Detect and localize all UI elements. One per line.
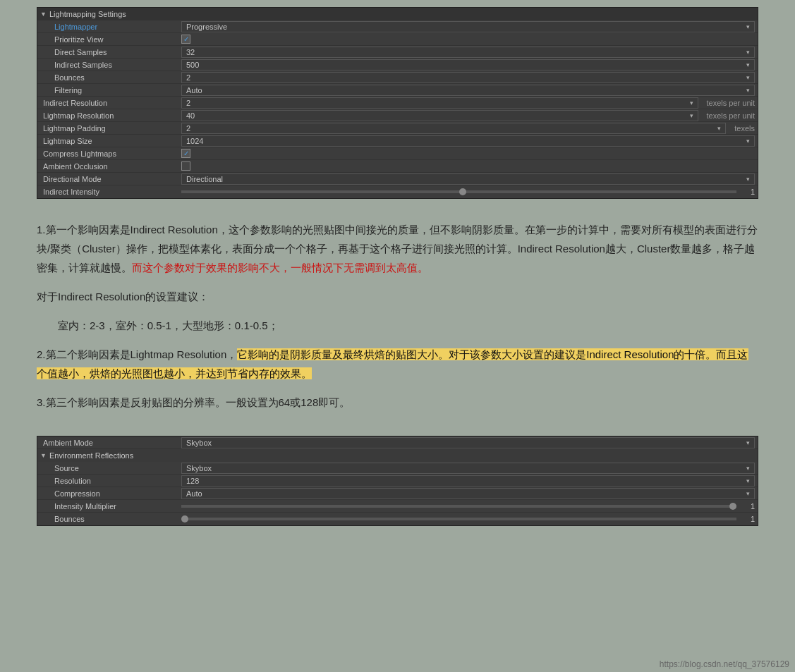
label-prioritize-view: Prioritize View xyxy=(40,35,181,44)
input-lightmap-resolution[interactable]: 40 xyxy=(181,110,698,121)
directional-mode-value: Directional xyxy=(186,175,223,183)
article-para1: 1.第一个影响因素是Indirect Resolution，这个参数影响的光照贴… xyxy=(37,220,758,277)
checkbox-compress-lightmaps[interactable]: ✓ xyxy=(181,149,190,158)
collapse-triangle[interactable]: ▼ xyxy=(40,11,47,18)
slider-value-indirect: 1 xyxy=(741,188,755,196)
env-reflections-title: Environment Reflections xyxy=(49,451,133,460)
env-reflections-triangle[interactable]: ▼ xyxy=(40,452,47,459)
slider-bounces-env[interactable]: 1 xyxy=(181,515,755,523)
dropdown-bounces[interactable]: 2 xyxy=(181,72,755,83)
bounces-value: 2 xyxy=(186,73,190,82)
row-bounces: Bounces 2 xyxy=(37,71,758,84)
dropdown-ambient-mode[interactable]: Skybox xyxy=(181,437,755,448)
input-indirect-resolution[interactable]: 2 xyxy=(181,97,698,109)
indirect-resolution-value: 2 xyxy=(186,99,190,107)
value-lightmapper: Progressive xyxy=(181,21,755,32)
row-prioritize-view: Prioritize View ✓ xyxy=(37,33,758,46)
slider-indirect-intensity[interactable]: 1 xyxy=(181,188,755,196)
value-filtering: Auto xyxy=(181,85,755,96)
label-lightmap-resolution: Lightmap Resolution xyxy=(40,111,181,120)
resolution-value: 128 xyxy=(186,477,199,485)
row-ambient-occlusion: Ambient Occlusion □ xyxy=(37,160,758,173)
value-resolution: 128 xyxy=(181,475,755,487)
dropdown-filtering[interactable]: Auto xyxy=(181,85,755,96)
input-direct-samples[interactable]: 32 xyxy=(181,47,755,58)
dropdown-lightmapper[interactable]: Progressive xyxy=(181,21,755,32)
label-bounces: Bounces xyxy=(40,73,181,82)
value-bounces: 2 xyxy=(181,72,755,83)
label-indirect-samples: Indirect Samples xyxy=(40,61,181,69)
row-bounces-env: Bounces 1 xyxy=(37,513,758,525)
dropdown-compression[interactable]: Auto xyxy=(181,488,755,499)
lightmap-size-value: 1024 xyxy=(186,137,203,145)
label-lightmapper: Lightmapper xyxy=(40,23,181,31)
bottom-panel-wrapper: Ambient Mode Skybox ▼ Environment Reflec… xyxy=(0,436,795,533)
article-para4: 2.第二个影响因素是Lightmap Resolution，它影响的是阴影质量及… xyxy=(37,345,758,383)
lightmapping-settings-panel: ▼ Lightmapping Settings Lightmapper Prog… xyxy=(37,7,758,199)
panel-section-header: ▼ Lightmapping Settings xyxy=(37,8,758,20)
row-filtering: Filtering Auto xyxy=(37,84,758,97)
label-lightmap-padding: Lightmap Padding xyxy=(40,124,181,133)
panel-title: Lightmapping Settings xyxy=(49,10,126,18)
article-para3: 室内：2-3，室外：0.5-1，大型地形：0.1-0.5； xyxy=(37,316,758,335)
checkbox-ambient-occlusion[interactable]: □ xyxy=(181,161,190,171)
compression-value: Auto xyxy=(186,489,202,498)
row-directional-mode: Directional Mode Directional xyxy=(37,173,758,185)
unit-indirect-resolution: texels per unit xyxy=(707,99,755,107)
row-lightmap-padding: Lightmap Padding 2 texels xyxy=(37,122,758,135)
label-compress-lightmaps: Compress Lightmaps xyxy=(40,149,181,158)
value-source: Skybox xyxy=(181,463,755,474)
indirect-samples-value: 500 xyxy=(186,61,199,69)
slider-value-intensity: 1 xyxy=(741,502,755,511)
unit-lightmap-padding: texels xyxy=(734,124,755,133)
top-panel-wrapper: ▼ Lightmapping Settings Lightmapper Prog… xyxy=(0,0,795,206)
environment-reflections-panel: Ambient Mode Skybox ▼ Environment Reflec… xyxy=(37,436,758,526)
row-indirect-resolution: Indirect Resolution 2 texels per unit xyxy=(37,97,758,109)
slider-track-bounces xyxy=(181,518,736,520)
row-compress-lightmaps: Compress Lightmaps ✓ xyxy=(37,147,758,160)
row-indirect-samples: Indirect Samples 500 xyxy=(37,59,758,71)
unit-lightmap-resolution: texels per unit xyxy=(707,111,755,120)
row-lightmap-resolution: Lightmap Resolution 40 texels per unit xyxy=(37,109,758,122)
row-direct-samples: Direct Samples 32 xyxy=(37,46,758,59)
row-ambient-mode-top: Ambient Mode Skybox xyxy=(37,436,758,449)
direct-samples-value: 32 xyxy=(186,48,195,56)
filtering-value: Auto xyxy=(186,86,202,94)
ambient-mode-value: Skybox xyxy=(186,439,212,447)
dropdown-lightmap-size[interactable]: 1024 xyxy=(181,135,755,147)
row-indirect-intensity: Indirect Intensity 1 xyxy=(37,185,758,198)
dropdown-directional-mode[interactable]: Directional xyxy=(181,173,755,185)
dropdown-lightmapper-value: Progressive xyxy=(186,23,227,31)
article-para2: 对于Indirect Resolution的设置建议： xyxy=(37,287,758,306)
value-directional-mode: Directional xyxy=(181,173,755,185)
value-compression: Auto xyxy=(181,488,755,499)
row-compression: Compression Auto xyxy=(37,487,758,500)
source-value: Skybox xyxy=(186,464,212,472)
label-source: Source xyxy=(40,464,181,472)
label-indirect-resolution: Indirect Resolution xyxy=(40,99,181,107)
lightmap-padding-value: 2 xyxy=(186,124,190,133)
row-source: Source Skybox xyxy=(37,462,758,475)
slider-intensity-multiplier[interactable]: 1 xyxy=(181,502,755,511)
slider-value-bounces: 1 xyxy=(741,515,755,523)
label-intensity-multiplier: Intensity Multiplier xyxy=(40,502,181,511)
value-ambient-mode: Skybox xyxy=(181,437,755,448)
env-reflections-header: ▼ Environment Reflections xyxy=(37,449,758,462)
value-compress-lightmaps: ✓ xyxy=(181,149,755,158)
row-intensity-multiplier: Intensity Multiplier 1 xyxy=(37,500,758,513)
input-indirect-samples[interactable]: 500 xyxy=(181,59,755,71)
dropdown-source[interactable]: Skybox xyxy=(181,463,755,474)
label-directional-mode: Directional Mode xyxy=(40,175,181,183)
article-para5: 3.第三个影响因素是反射贴图的分辨率。一般设置为64或128即可。 xyxy=(37,393,758,412)
checkbox-prioritize-view[interactable]: ✓ xyxy=(181,35,190,44)
article-section: 1.第一个影响因素是Indirect Resolution，这个参数影响的光照贴… xyxy=(0,206,795,436)
value-indirect-resolution: 2 texels per unit xyxy=(181,97,755,109)
row-lightmap-size: Lightmap Size 1024 xyxy=(37,135,758,147)
value-ambient-occlusion: □ xyxy=(181,161,755,171)
value-lightmap-resolution: 40 texels per unit xyxy=(181,110,755,121)
value-lightmap-size: 1024 xyxy=(181,135,755,147)
lightmap-resolution-value: 40 xyxy=(186,111,195,120)
row-resolution: Resolution 128 xyxy=(37,475,758,487)
dropdown-resolution[interactable]: 128 xyxy=(181,475,755,487)
input-lightmap-padding[interactable]: 2 xyxy=(181,123,726,134)
